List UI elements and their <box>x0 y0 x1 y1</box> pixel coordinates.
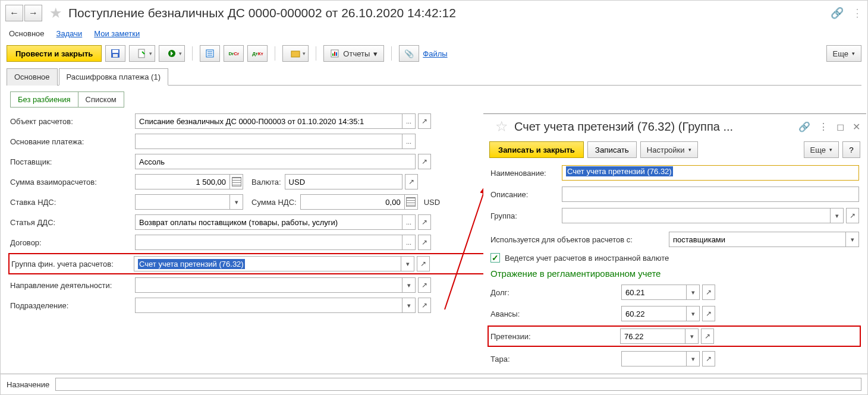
panel-window-icon[interactable]: ◻ <box>836 121 844 132</box>
purpose-input[interactable] <box>55 378 861 391</box>
contract-select-button[interactable]: ... <box>402 235 416 250</box>
panel-star-icon[interactable]: ☆ <box>494 119 510 134</box>
panel-save-button[interactable]: Записать <box>587 141 637 158</box>
panel-tara-dd-button[interactable]: ▾ <box>687 351 700 366</box>
basis-select-button[interactable]: ... <box>402 134 416 149</box>
svg-rect-9 <box>291 51 300 57</box>
division-open-button[interactable]: ↗ <box>418 298 431 313</box>
amount-label: Сумма взаиморасчетов: <box>10 178 135 187</box>
post-and-close-button[interactable]: Провести и закрыть <box>7 45 102 62</box>
supplier-input[interactable] <box>135 154 416 169</box>
panel-claims-label: Претензии: <box>490 332 620 341</box>
panel-name-input[interactable]: Счет учета претензий (76.32) <box>562 165 859 181</box>
division-dd-button[interactable]: ▾ <box>402 298 416 313</box>
supplier-open-button[interactable]: ↗ <box>418 154 431 169</box>
panel-close-icon[interactable]: ✕ <box>853 121 860 132</box>
amount-input[interactable] <box>135 174 230 189</box>
tab-main[interactable]: Основное <box>7 68 58 86</box>
direction-input[interactable] <box>135 277 402 293</box>
panel-foreign-checkbox[interactable]: ✓ <box>490 253 500 263</box>
panel-kebab-icon[interactable]: ⋮ <box>819 121 828 132</box>
calculator-icon <box>232 177 241 187</box>
dds-input[interactable] <box>135 214 402 230</box>
dds-open-button[interactable]: ↗ <box>418 214 431 230</box>
supplier-label: Поставщик: <box>10 157 135 166</box>
panel-usedfor-input[interactable] <box>669 232 846 247</box>
nav-main[interactable]: Основное <box>9 29 45 38</box>
object-input[interactable] <box>135 113 402 129</box>
panel-debt-open-button[interactable]: ↗ <box>702 285 715 300</box>
amount-calc-button[interactable] <box>230 174 243 189</box>
svg-rect-12 <box>334 52 335 56</box>
separator <box>275 46 275 61</box>
panel-section-title: Отражение в регламентированном учете <box>490 268 859 279</box>
svg-rect-13 <box>336 52 337 56</box>
panel-advance-open-button[interactable]: ↗ <box>702 306 715 321</box>
panel-settings-button[interactable]: Настройки▾ <box>640 141 698 158</box>
vat-rate-dd-button[interactable]: ▾ <box>230 194 243 210</box>
panel-group-open-button[interactable]: ↗ <box>846 208 859 223</box>
contract-open-button[interactable]: ↗ <box>418 235 431 250</box>
vat-sum-input[interactable] <box>300 194 405 210</box>
currency-label: Валюта: <box>251 178 281 187</box>
svg-rect-11 <box>332 53 334 56</box>
panel-advance-input[interactable] <box>621 306 687 321</box>
link-icon[interactable]: 🔗 <box>831 7 844 20</box>
list-icon-button[interactable] <box>200 45 220 62</box>
currency-open-button[interactable]: ↗ <box>405 174 418 189</box>
contract-input[interactable] <box>135 235 402 250</box>
panel-usedfor-dd-button[interactable]: ▾ <box>846 232 859 247</box>
panel-link-icon[interactable]: 🔗 <box>798 121 810 132</box>
division-input[interactable] <box>135 298 402 313</box>
more-button[interactable]: Еще▾ <box>826 45 861 62</box>
dds-select-button[interactable]: ... <box>402 214 416 230</box>
fingroup-dd-button[interactable]: ▾ <box>401 256 414 271</box>
favorite-star-icon[interactable]: ★ <box>48 5 64 21</box>
files-link[interactable]: Файлы <box>423 49 447 58</box>
tab-detail[interactable]: Расшифровка платежа (1) <box>59 68 168 86</box>
dtkt-button[interactable]: ДтКт <box>247 45 268 62</box>
panel-desc-label: Описание: <box>490 190 562 199</box>
page-title: Поступление безналичных ДС 0000-000002 о… <box>68 6 456 20</box>
folder-button[interactable]: ▾ <box>282 45 309 62</box>
panel-debt-dd-button[interactable]: ▾ <box>687 285 700 300</box>
fingroup-input[interactable]: Счет учета претензий (76.32) <box>134 256 401 271</box>
attach-button[interactable]: 📎 <box>399 45 419 62</box>
nav-back-button[interactable]: ← <box>5 5 23 21</box>
vat-sum-calc-button[interactable] <box>405 194 418 210</box>
panel-claims-dd-button[interactable]: ▾ <box>685 328 699 344</box>
kebab-menu-icon[interactable]: ⋮ <box>852 7 863 20</box>
nav-tasks[interactable]: Задачи <box>56 29 83 38</box>
panel-tara-open-button[interactable]: ↗ <box>702 351 715 366</box>
toggle-no-split[interactable]: Без разбиения <box>10 91 78 108</box>
vat-rate-input[interactable] <box>135 194 230 210</box>
panel-more-button[interactable]: Еще▾ <box>804 141 839 158</box>
panel-claims-input[interactable] <box>620 328 685 344</box>
document-action2-button[interactable]: ▾ <box>159 45 185 62</box>
save-button[interactable] <box>105 45 125 62</box>
reports-button[interactable]: Отчеты▾ <box>323 45 384 62</box>
nav-forward-button[interactable]: → <box>24 5 42 21</box>
direction-open-button[interactable]: ↗ <box>418 277 431 293</box>
object-open-button[interactable]: ↗ <box>418 113 431 129</box>
panel-help-button[interactable]: ? <box>842 141 860 158</box>
panel-desc-input[interactable] <box>562 187 859 202</box>
currency-input[interactable] <box>285 174 402 189</box>
panel-tara-input[interactable] <box>621 351 687 366</box>
fingroup-open-button[interactable]: ↗ <box>417 256 430 271</box>
panel-group-dd-button[interactable]: ▾ <box>831 208 844 223</box>
nav-notes[interactable]: Мои заметки <box>94 29 140 38</box>
object-select-button[interactable]: ... <box>402 113 416 129</box>
basis-input[interactable] <box>135 134 402 149</box>
drcr-button[interactable]: DrCr <box>224 45 244 62</box>
panel-advance-dd-button[interactable]: ▾ <box>687 306 700 321</box>
direction-dd-button[interactable]: ▾ <box>402 277 416 293</box>
panel-save-close-button[interactable]: Записать и закрыть <box>489 141 584 158</box>
document-action1-button[interactable]: ▾ <box>129 45 155 62</box>
toggle-list[interactable]: Списком <box>78 91 124 108</box>
panel-debt-input[interactable] <box>621 285 687 300</box>
vat-sum-label: Сумма НДС: <box>251 198 297 207</box>
detail-panel: ☆ Счет учета претензий (76.32) (Группа .… <box>483 113 866 395</box>
panel-group-input[interactable] <box>562 208 831 223</box>
panel-claims-open-button[interactable]: ↗ <box>701 328 714 344</box>
